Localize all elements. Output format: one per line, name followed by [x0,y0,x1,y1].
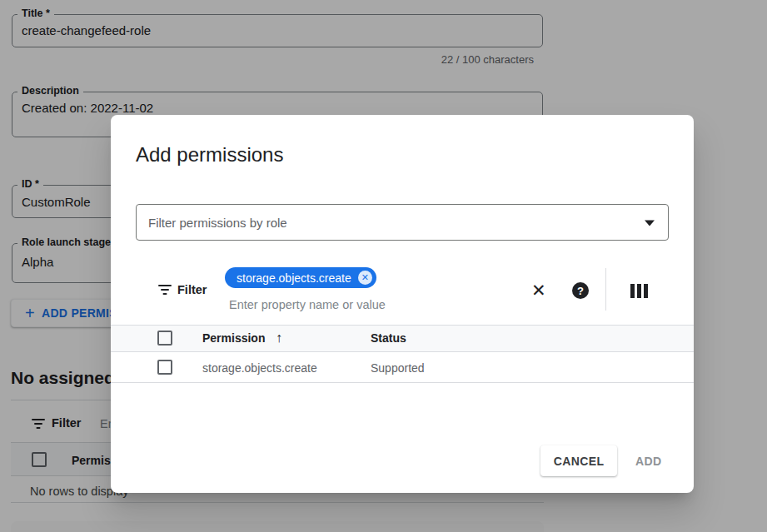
dialog-select-all-checkbox[interactable] [157,331,172,346]
dialog-column-permission[interactable]: Permission [202,331,265,345]
filter-icon [158,285,172,295]
filter-chip-label: storage.objects.create [237,271,351,285]
dialog-title: Add permissions [136,143,283,167]
help-icon[interactable]: ? [572,282,589,299]
row-status-cell: Supported [371,361,425,375]
screen: Title * create-changefeed-role 22 / 100 … [0,0,767,532]
dialog-filter-label[interactable]: Filter [177,283,207,296]
dialog-column-status[interactable]: Status [371,331,406,345]
add-button[interactable]: ADD [635,445,662,476]
cancel-button[interactable]: CANCEL [540,445,617,476]
chip-remove-icon[interactable]: ✕ [358,271,372,285]
filter-chip[interactable]: storage.objects.create ✕ [225,267,376,288]
filter-by-role-placeholder: Filter permissions by role [148,216,287,230]
sort-ascending-icon[interactable]: ↑ [276,331,282,346]
toolbar-divider [605,268,606,311]
clear-filters-icon[interactable]: ✕ [531,281,546,299]
row-permission-cell: storage.objects.create [202,361,317,375]
add-permissions-dialog: Add permissions Filter permissions by ro… [111,115,694,493]
dialog-filter-input[interactable]: Enter property name or value [229,298,386,311]
column-display-icon[interactable] [630,284,648,298]
row-checkbox[interactable] [157,360,172,375]
filter-by-role-select[interactable]: Filter permissions by role [136,204,669,241]
chevron-down-icon [645,221,655,226]
